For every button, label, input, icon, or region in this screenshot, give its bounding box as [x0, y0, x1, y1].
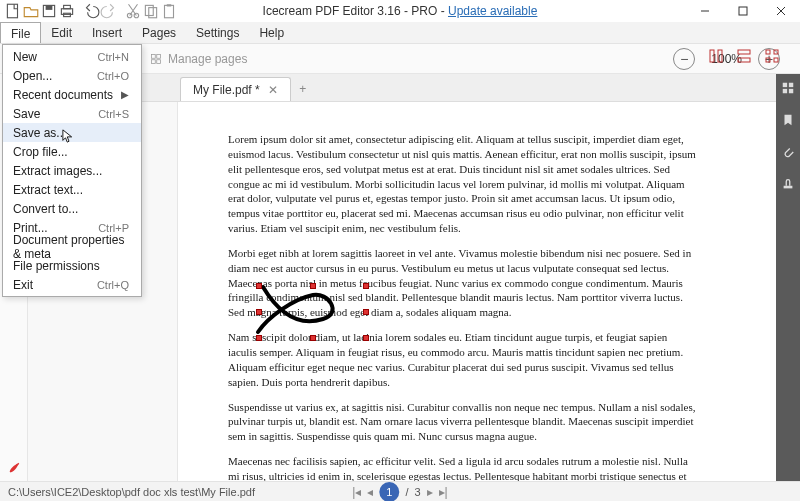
nav-prev-icon[interactable]: ◂: [367, 485, 373, 499]
minimize-button[interactable]: [686, 0, 724, 22]
svg-rect-33: [784, 186, 793, 189]
undo-icon[interactable]: [82, 2, 100, 20]
tab-my-file[interactable]: My File.pdf * ✕: [180, 77, 291, 101]
open-file-icon[interactable]: [22, 2, 40, 20]
svg-rect-21: [766, 50, 770, 54]
manage-pages-button[interactable]: Manage pages: [150, 52, 247, 66]
panel-bookmarks-icon[interactable]: [780, 112, 796, 128]
svg-rect-13: [152, 54, 156, 58]
paragraph-4: Suspendisse ut varius ex, at sagittis ni…: [228, 400, 696, 445]
menu-item-save[interactable]: SaveCtrl+S: [3, 104, 141, 123]
panel-thumbnails-icon[interactable]: [780, 80, 796, 96]
svg-rect-29: [783, 83, 787, 87]
svg-rect-2: [46, 5, 53, 10]
page-navigator: |◂ ◂ 1 / 3 ▸ ▸|: [352, 482, 447, 502]
svg-rect-31: [783, 89, 787, 93]
window-controls: [686, 0, 800, 22]
menu-item-open[interactable]: Open...Ctrl+O: [3, 66, 141, 85]
close-button[interactable]: [762, 0, 800, 22]
new-tab-button[interactable]: +: [291, 77, 315, 101]
menu-item-extract-images[interactable]: Extract images...: [3, 161, 141, 180]
svg-rect-32: [789, 89, 793, 93]
nav-page-sep: /: [405, 486, 408, 498]
right-panel-strip: [776, 74, 800, 481]
panel-attachments-icon[interactable]: [780, 144, 796, 160]
menu-item-new[interactable]: NewCtrl+N: [3, 47, 141, 66]
paragraph-2: Morbi eget nibh at lorem sagittis laoree…: [228, 246, 696, 320]
menu-item-exit[interactable]: ExitCtrl+Q: [3, 275, 141, 294]
svg-rect-4: [64, 5, 71, 8]
svg-rect-15: [152, 59, 156, 63]
svg-rect-20: [738, 58, 750, 62]
svg-rect-0: [7, 4, 17, 18]
svg-rect-12: [739, 7, 747, 15]
svg-rect-30: [789, 83, 793, 87]
menu-item-save-as[interactable]: Save as...: [3, 123, 141, 142]
menu-item-convert[interactable]: Convert to...: [3, 199, 141, 218]
svg-rect-16: [157, 59, 161, 63]
copy-icon[interactable]: [142, 2, 160, 20]
menu-item-extract-text[interactable]: Extract text...: [3, 180, 141, 199]
menu-insert[interactable]: Insert: [82, 22, 132, 43]
menu-pages[interactable]: Pages: [132, 22, 186, 43]
svg-rect-24: [774, 58, 778, 62]
paragraph-5: Maecenas nec facilisis sapien, ac effici…: [228, 454, 696, 481]
manage-pages-label: Manage pages: [168, 52, 247, 66]
svg-rect-11: [167, 4, 172, 6]
redo-icon[interactable]: [100, 2, 118, 20]
svg-rect-17: [710, 50, 714, 62]
cut-icon[interactable]: [124, 2, 142, 20]
print-icon[interactable]: [58, 2, 76, 20]
status-bar: C:\Users\ICE2\Desktop\pdf doc xls test\M…: [0, 481, 800, 501]
quick-access-toolbar: [0, 2, 178, 20]
stamp-icon-1[interactable]: [708, 48, 724, 64]
menu-item-doc-properties[interactable]: Document properties & meta: [3, 237, 141, 256]
tab-close-icon[interactable]: ✕: [268, 83, 278, 97]
menu-file[interactable]: File: [0, 22, 41, 43]
panel-stamp-icon[interactable]: [780, 176, 796, 192]
stamp-icon-2[interactable]: [736, 48, 752, 64]
nav-total-pages: 3: [414, 486, 420, 498]
menu-edit[interactable]: Edit: [41, 22, 82, 43]
svg-rect-22: [774, 50, 778, 54]
save-icon[interactable]: [40, 2, 58, 20]
svg-rect-19: [738, 50, 750, 54]
svg-rect-10: [165, 5, 174, 17]
zoom-out-button[interactable]: −: [673, 48, 695, 70]
stamp-icon-3[interactable]: [764, 48, 780, 64]
svg-rect-23: [766, 58, 770, 62]
svg-rect-18: [718, 50, 722, 62]
update-link[interactable]: Update available: [448, 4, 537, 18]
stamp-icons: [708, 48, 780, 64]
menu-help[interactable]: Help: [249, 22, 294, 43]
nav-current-page[interactable]: 1: [379, 482, 399, 502]
menu-item-crop[interactable]: Crop file...: [3, 142, 141, 161]
status-file-path: C:\Users\ICE2\Desktop\pdf doc xls test\M…: [8, 486, 255, 498]
menu-settings[interactable]: Settings: [186, 22, 249, 43]
maximize-button[interactable]: [724, 0, 762, 22]
file-dropdown-menu: NewCtrl+N Open...Ctrl+O Recent documents…: [2, 44, 142, 297]
nav-next-icon[interactable]: ▸: [427, 485, 433, 499]
app-name: Icecream PDF Editor 3.16 - PRO -: [263, 4, 448, 18]
svg-rect-14: [157, 54, 161, 58]
tool-brush-icon[interactable]: [0, 455, 28, 481]
title-bar: Icecream PDF Editor 3.16 - PRO - Update …: [0, 0, 800, 22]
nav-first-icon[interactable]: |◂: [352, 485, 361, 499]
tab-label: My File.pdf *: [193, 83, 260, 97]
paragraph-1: Lorem ipsum dolor sit amet, consectetur …: [228, 132, 696, 236]
document-page[interactable]: Lorem ipsum dolor sit amet, consectetur …: [198, 102, 746, 481]
paste-icon[interactable]: [160, 2, 178, 20]
menu-bar: File Edit Insert Pages Settings Help: [0, 22, 800, 44]
paragraph-3: Nam suscipit dolor diam, ut lacinia lore…: [228, 330, 696, 389]
new-file-icon[interactable]: [4, 2, 22, 20]
nav-last-icon[interactable]: ▸|: [439, 485, 448, 499]
menu-item-recent[interactable]: Recent documents▶: [3, 85, 141, 104]
